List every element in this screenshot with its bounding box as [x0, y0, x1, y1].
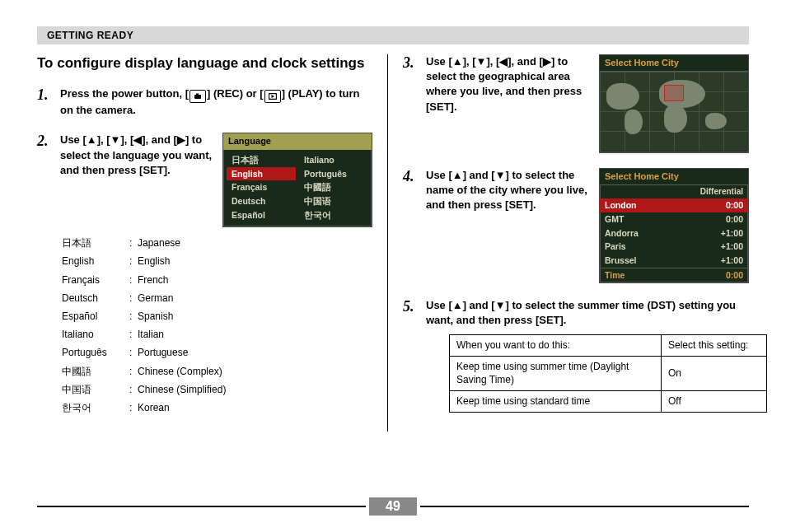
- language-row: Português: Portuguese: [62, 343, 372, 362]
- step-number: 2.: [37, 131, 49, 152]
- lcd-lang-item: Español: [227, 208, 296, 222]
- lcd-city-offset: +1:00: [721, 240, 743, 253]
- lcd-city-sub: Differential: [600, 185, 748, 198]
- lcd-city-name: Brussel: [605, 254, 637, 267]
- lcd-language-title: Language: [223, 133, 372, 149]
- lcd-city-name: Andorra: [605, 227, 639, 240]
- language-row: Español: Spanish: [62, 307, 372, 325]
- lcd-lang-item: Italiano: [299, 153, 368, 167]
- language-english: English: [138, 252, 170, 270]
- lcd-city-screenshot: Select Home City Differential London0:00…: [599, 168, 749, 283]
- step-4: 4. Use [▲] and [▼] to select the name of…: [403, 168, 749, 283]
- lcd-city-footer-label: Time: [605, 269, 625, 282]
- step-number: 4.: [403, 166, 414, 187]
- language-native: Deutsch: [62, 289, 129, 307]
- language-row: Italiano: Italian: [62, 325, 372, 343]
- language-sep: :: [129, 252, 138, 270]
- dst-row1-setting: On: [662, 356, 767, 391]
- lcd-map-title: Select Home City: [600, 55, 748, 72]
- language-english: Korean: [138, 399, 170, 417]
- dst-row2-action: Keep time using standard time: [450, 391, 662, 413]
- language-native: English: [62, 252, 129, 270]
- lcd-city-row: Andorra+1:00: [600, 226, 748, 240]
- two-column-layout: To configure display language and clock …: [37, 54, 749, 432]
- step-1-text-a: Press the power button, [: [60, 87, 189, 100]
- language-english: Spanish: [138, 307, 173, 325]
- steps-right: 3. Use [▲], [▼], [◀], and [▶] to select …: [403, 54, 749, 413]
- lcd-city-name: Paris: [605, 240, 626, 253]
- world-map-graphic: [600, 72, 748, 151]
- language-row: English: English: [62, 252, 372, 270]
- step-2: 2. Use [▲], [▼], [◀], and [▶] to select …: [37, 133, 372, 417]
- language-row: Français: French: [62, 271, 372, 289]
- language-sep: :: [129, 399, 138, 417]
- step-3-text: Use [▲], [▼], [◀], and [▶] to select the…: [426, 54, 591, 114]
- lcd-lang-item: English: [227, 167, 296, 181]
- lcd-lang-item: 中國語: [299, 180, 368, 194]
- footer-rule-left: [37, 506, 366, 507]
- lcd-city-row: Brussel+1:00: [600, 254, 748, 268]
- dst-row1-action: Keep time using summer time (Daylight Sa…: [450, 356, 662, 391]
- language-sep: :: [129, 380, 138, 399]
- lcd-city-offset: +1:00: [721, 254, 743, 267]
- step-3: 3. Use [▲], [▼], [◀], and [▶] to select …: [403, 54, 749, 153]
- play-icon: [264, 90, 281, 103]
- footer-rule-right: [420, 506, 749, 507]
- language-native: Italiano: [62, 325, 129, 343]
- lcd-lang-item: 한국어: [299, 208, 368, 222]
- language-sep: :: [129, 234, 138, 252]
- language-english: French: [138, 271, 168, 289]
- section-header: GETTING READY: [37, 26, 749, 44]
- step-1-text-b: ] (REC) or [: [207, 87, 264, 100]
- language-native: Français: [62, 271, 129, 289]
- step-5: 5. Use [▲] and [▼] to select the summer …: [403, 298, 749, 413]
- lcd-city-footer-value: 0:00: [726, 269, 743, 282]
- lcd-city-offset: 0:00: [726, 213, 743, 226]
- language-native: 中国语: [62, 380, 129, 399]
- language-english: Chinese (Complex): [138, 362, 222, 380]
- page-footer: 49: [37, 497, 749, 516]
- lcd-lang-item: Deutsch: [227, 194, 296, 208]
- step-1: 1. Press the power button, [] (REC) or […: [37, 86, 372, 118]
- lcd-city-row: London0:00: [600, 198, 748, 212]
- step-number: 3.: [403, 53, 414, 73]
- language-english: German: [138, 289, 173, 307]
- step-number: 1.: [37, 85, 49, 105]
- language-row: Deutsch: German: [62, 289, 372, 307]
- language-sep: :: [129, 307, 138, 325]
- step-number: 5.: [403, 296, 414, 317]
- language-row: 日本語: Japanese: [62, 234, 372, 252]
- language-sep: :: [129, 289, 138, 307]
- language-english: Japanese: [138, 234, 180, 252]
- language-native: 中國語: [62, 362, 129, 380]
- step-2-text: Use [▲], [▼], [◀], and [▶] to select the…: [60, 133, 214, 178]
- lcd-city-offset: 0:00: [726, 199, 743, 212]
- manual-page: GETTING READY To configure display langu…: [0, 0, 786, 532]
- lcd-lang-item: Português: [299, 167, 368, 181]
- lcd-map-screenshot: Select Home City: [599, 54, 749, 153]
- map-selection-box: [664, 85, 684, 101]
- lcd-lang-item: 中国语: [299, 194, 368, 208]
- language-row: 中国语: Chinese (Simplified): [62, 380, 372, 399]
- language-sep: :: [129, 343, 138, 362]
- step-5-text: Use [▲] and [▼] to select the summer tim…: [426, 299, 736, 326]
- page-number: 49: [369, 497, 417, 516]
- dst-header-setting: Select this setting:: [662, 334, 767, 356]
- language-english: Chinese (Simplified): [138, 380, 226, 399]
- language-sep: :: [129, 271, 138, 289]
- lcd-language-screenshot: Language 日本語EnglishFrançaisDeutschEspaño…: [222, 133, 372, 227]
- dst-table: When you want to do this: Select this se…: [449, 334, 767, 413]
- dst-header-action: When you want to do this:: [450, 334, 662, 356]
- language-english: Portuguese: [138, 343, 188, 362]
- lcd-city-row: GMT0:00: [600, 212, 748, 226]
- language-native: Português: [62, 343, 129, 362]
- lcd-city-offset: +1:00: [721, 227, 743, 240]
- language-sep: :: [129, 325, 138, 343]
- right-column: 3. Use [▲], [▼], [◀], and [▶] to select …: [403, 54, 749, 432]
- language-native: 日本語: [62, 234, 129, 252]
- language-sep: :: [129, 362, 138, 380]
- lcd-city-name: GMT: [605, 213, 624, 226]
- language-native: Español: [62, 307, 129, 325]
- dst-row2-setting: Off: [662, 391, 767, 413]
- lcd-city-title: Select Home City: [600, 169, 748, 185]
